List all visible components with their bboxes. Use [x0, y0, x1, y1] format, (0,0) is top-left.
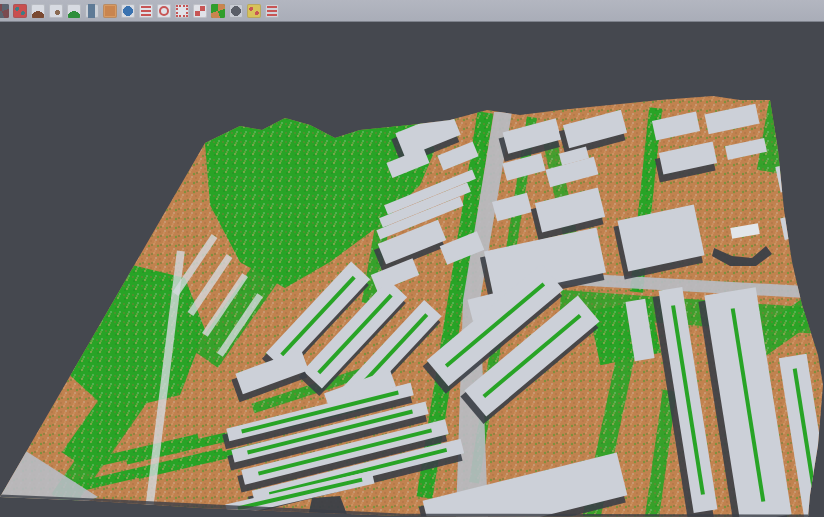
orthophoto-icon[interactable] [103, 4, 117, 18]
grid-icon [195, 6, 205, 16]
open-project-icon [0, 4, 9, 18]
selection-icon [176, 5, 188, 17]
texture-icon[interactable] [247, 4, 261, 18]
toolbar [0, 0, 824, 22]
terrain-icon [31, 4, 45, 18]
open-project-icon[interactable] [0, 4, 9, 18]
import-points-icon[interactable] [13, 4, 27, 18]
sphere-icon [229, 4, 243, 18]
layers-icon [267, 6, 277, 16]
viewport-3d[interactable] [0, 0, 824, 517]
sphere-icon[interactable] [229, 4, 243, 18]
orthophoto-icon [105, 6, 115, 16]
building-icon [85, 4, 99, 18]
classified-map-icon[interactable] [211, 4, 225, 18]
terrain-icon[interactable] [31, 4, 45, 18]
building-icon[interactable] [85, 4, 99, 18]
classified-map-icon [211, 4, 225, 18]
globe-icon[interactable] [121, 4, 135, 18]
vegetation-icon[interactable] [67, 4, 81, 18]
layers-icon[interactable] [265, 4, 279, 18]
target-icon[interactable] [157, 4, 171, 18]
dem-icon[interactable] [49, 4, 63, 18]
globe-icon [121, 4, 135, 18]
classification-table-icon [141, 6, 151, 16]
selection-icon[interactable] [175, 4, 189, 18]
grid-icon[interactable] [193, 4, 207, 18]
target-icon [159, 6, 169, 16]
import-points-icon [13, 4, 27, 18]
dem-icon [49, 4, 63, 18]
application-window [0, 0, 824, 517]
texture-icon [247, 4, 261, 18]
classification-table-icon[interactable] [139, 4, 153, 18]
vegetation-icon [67, 4, 81, 18]
